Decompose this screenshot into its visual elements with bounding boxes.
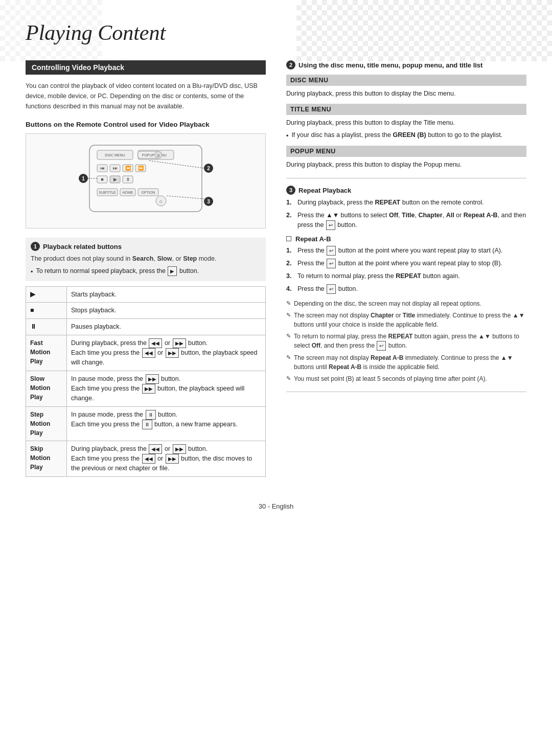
note-icon2: ✎	[286, 311, 291, 329]
page-title: Playing Content	[26, 20, 526, 45]
ok-btn-icon5: ↩	[377, 341, 386, 351]
svg-text:OPTION: OPTION	[142, 191, 155, 194]
table-cell-label: FastMotionPlay	[26, 335, 67, 371]
bullet-dot2: •	[286, 131, 288, 141]
table-cell-label: ■	[26, 303, 67, 319]
table-cell-desc-skip: During playback, press the ◀◀ or ▶▶ butt…	[67, 441, 266, 477]
ok-btn-icon3: ↩	[327, 259, 336, 268]
svg-text:⌂: ⌂	[159, 198, 163, 204]
table-cell-label: ▶	[26, 286, 67, 303]
note-icon4: ✎	[286, 353, 291, 372]
table-cell-label: StepMotionPlay	[26, 407, 67, 441]
note-icon: ✎	[286, 299, 291, 308]
repeat-ab-header: Repeat A-B	[286, 235, 526, 243]
pause-icon-inline: ⏸	[146, 410, 156, 420]
divider-1	[286, 178, 526, 178]
section-header-controlling: Controlling Video Playback	[26, 60, 266, 75]
right-column: 2 Using the disc menu, title menu, popup…	[286, 60, 526, 399]
pause-icon-inline2: ⏸	[142, 420, 152, 429]
disc-menu-header: DISC MENU	[286, 75, 526, 86]
svg-text:⏪: ⏪	[125, 165, 131, 171]
playback-note-bullet: • To return to normal speed playback, pr…	[31, 266, 261, 277]
svg-text:0: 0	[157, 153, 160, 158]
playback-table: ▶ Starts playback. ■ Stops playback. ⏸ P…	[26, 286, 266, 477]
repeat-ab-steps-list: 1. Press the ↩ button at the point where…	[286, 246, 526, 294]
table-cell-label: ⏸	[26, 319, 67, 335]
table-row: StepMotionPlay In pause mode, press the …	[26, 407, 266, 441]
table-cell-desc: During playback, press the ◀◀ or ▶▶ butt…	[67, 335, 266, 371]
ok-btn-icon4: ↩	[327, 284, 336, 294]
table-cell-desc: Starts playback.	[67, 286, 266, 303]
rewind-icon3: ◀◀	[149, 444, 162, 454]
table-row: ⏸ Pauses playback.	[26, 319, 266, 335]
popup-menu-body: During playback, press this button to di…	[286, 160, 526, 170]
note-item: ✎ You must set point (B) at least 5 seco…	[286, 374, 526, 383]
disc-menu-body: During playback, press this button to di…	[286, 89, 526, 99]
badge3-title: 3 Repeat Playback	[286, 186, 526, 195]
svg-text:1: 1	[82, 176, 85, 181]
title-menu-body: During playback, press this button to di…	[286, 118, 526, 128]
playback-note-title: 1 Playback related buttons	[31, 242, 261, 251]
playback-note-box: 1 Playback related buttons The product d…	[26, 238, 266, 281]
badge-3: 3	[286, 186, 295, 195]
svg-line-39	[166, 196, 204, 199]
list-item: 4. Press the ↩ button.	[286, 284, 526, 294]
list-item: 2. Press the ↩ button at the point where…	[286, 259, 526, 268]
rewind-icon2: ◀◀	[142, 348, 155, 358]
svg-text:POPUP: POPUP	[142, 153, 155, 157]
repeat-steps-list: 1. During playback, press the REPEAT but…	[286, 198, 526, 230]
note-icon5: ✎	[286, 374, 291, 383]
note-item: ✎ The screen may not display Repeat A-B …	[286, 353, 526, 372]
note-item: ✎ The screen may not display Chapter or …	[286, 311, 526, 329]
svg-text:■: ■	[101, 177, 103, 182]
svg-text:DISC MENU: DISC MENU	[105, 153, 125, 157]
table-cell-label: SlowMotionPlay	[26, 371, 67, 406]
table-row: SkipMotionPlay During playback, press th…	[26, 441, 266, 477]
svg-text:⏩: ⏩	[138, 165, 144, 171]
table-row: ■ Stops playback.	[26, 303, 266, 319]
svg-text:▶: ▶	[113, 177, 117, 182]
checkbox-icon	[286, 236, 291, 241]
table-cell-desc: Pauses playback.	[67, 319, 266, 335]
svg-line-38	[148, 161, 204, 168]
playback-note-body: The product does not play sound in Searc…	[31, 254, 261, 264]
remote-svg: DISC MENU TITLE MENU POPUP 0 ⏮ ⏭ ⏪	[59, 140, 233, 222]
badge-2: 2	[286, 60, 295, 70]
fastfwd-icon2: ▶▶	[166, 348, 179, 358]
list-item: 1. During playback, press the REPEAT but…	[286, 198, 526, 208]
rewind-icon: ◀◀	[149, 338, 162, 348]
svg-text:SUBTITLE: SUBTITLE	[99, 191, 116, 194]
title-menu-bullet: • If your disc has a playlist, press the…	[286, 130, 526, 141]
note-item: ✎ To return to normal play, press the RE…	[286, 332, 526, 351]
popup-menu-header: POPUP MENU	[286, 146, 526, 157]
remote-control-diagram: DISC MENU TITLE MENU POPUP 0 ⏮ ⏭ ⏪	[26, 133, 266, 228]
svg-text:3: 3	[207, 199, 210, 204]
badge3-section: 3 Repeat Playback 1. During playback, pr…	[286, 186, 526, 383]
table-row: SlowMotionPlay In pause mode, press the …	[26, 371, 266, 406]
note-icon3: ✎	[286, 332, 291, 351]
table-row: FastMotionPlay During playback, press th…	[26, 335, 266, 371]
table-cell-desc: In pause mode, press the ▶▶ button. Each…	[67, 371, 266, 406]
fastfwd-icon5: ▶▶	[173, 444, 186, 454]
table-cell-desc: Stops playback.	[67, 303, 266, 319]
title-menu-header: TITLE MENU	[286, 104, 526, 115]
badge2-section: 2 Using the disc menu, title menu, popup…	[286, 60, 526, 170]
svg-text:HOME: HOME	[123, 191, 133, 194]
fastfwd-icon3: ▶▶	[146, 374, 159, 384]
badge2-title: 2 Using the disc menu, title menu, popup…	[286, 60, 526, 70]
rewind-icon4: ◀◀	[142, 454, 155, 464]
list-item: 1. Press the ↩ button at the point where…	[286, 246, 526, 256]
page-number: 30 - English	[26, 502, 526, 510]
badge-1: 1	[31, 242, 40, 251]
play-icon-inline: ▶	[168, 266, 177, 276]
table-cell-desc: In pause mode, press the ⏸ button. Each …	[67, 407, 266, 441]
fastfwd-icon6: ▶▶	[166, 454, 179, 464]
fastfwd-icon: ▶▶	[173, 338, 186, 348]
ok-btn-icon: ↩	[326, 220, 335, 230]
note-item: ✎ Depending on the disc, the screen may …	[286, 299, 526, 308]
subsection-title: Buttons on the Remote Control used for V…	[26, 121, 266, 128]
list-item: 3. To return to normal play, press the R…	[286, 271, 526, 281]
ok-btn-icon2: ↩	[327, 246, 336, 256]
bullet-dot: •	[31, 267, 33, 277]
left-column: Controlling Video Playback You can contr…	[26, 60, 266, 482]
